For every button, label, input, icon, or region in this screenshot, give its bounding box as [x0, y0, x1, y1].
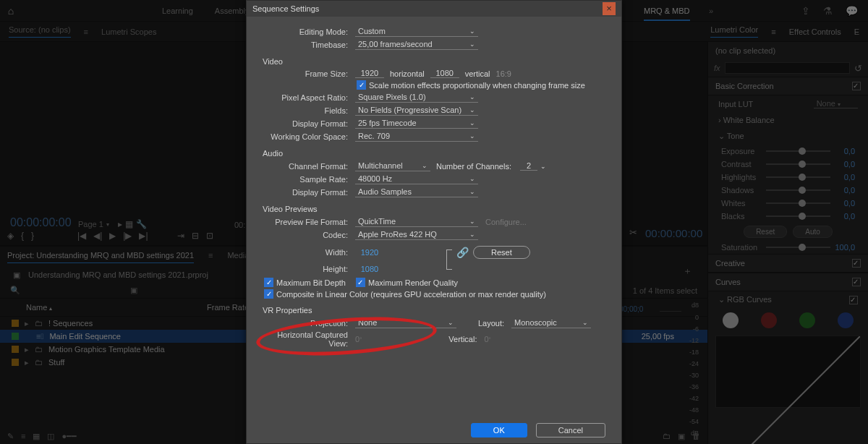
- editing-mode-label: Editing Mode:: [263, 27, 355, 36]
- curves-graph[interactable]: [715, 336, 861, 408]
- add-icon[interactable]: ＋: [683, 265, 692, 278]
- search-icon[interactable]: 🔍: [10, 286, 20, 295]
- tone-slider[interactable]: [766, 189, 830, 191]
- chat-icon[interactable]: 💬: [846, 5, 858, 17]
- tab-mrq-mbd[interactable]: MRQ & MBD: [644, 7, 690, 15]
- white-balance-toggle[interactable]: › White Balance: [708, 112, 868, 128]
- display-format-select[interactable]: 25 fps Timecode⌄: [355, 118, 478, 129]
- in-icon[interactable]: {: [21, 231, 24, 241]
- panel-menu-icon-2[interactable]: ≡: [771, 27, 775, 36]
- timebase-select[interactable]: 25,00 frames/second⌄: [355, 39, 478, 50]
- export-frame-icon[interactable]: ⊡: [206, 231, 213, 241]
- goto-out-icon[interactable]: ▶|: [139, 231, 148, 241]
- input-lut-select[interactable]: None ▾: [814, 99, 858, 108]
- item-count: 1 of 4 Items select: [633, 286, 697, 295]
- par-select[interactable]: Square Pixels (1.0)⌄: [355, 92, 478, 103]
- tone-slider[interactable]: [766, 176, 830, 178]
- saturation-label: Saturation: [721, 243, 762, 252]
- insert-icon[interactable]: ⇥: [177, 231, 184, 241]
- icon-view-icon[interactable]: ▦: [33, 432, 40, 441]
- freeform-icon[interactable]: ◫: [47, 432, 54, 441]
- frame-height-input[interactable]: 1080: [430, 69, 459, 78]
- section-creative[interactable]: Creative: [715, 259, 745, 268]
- no-clip-text: (no clip selected): [708, 42, 868, 59]
- panel-menu-icon[interactable]: ≡: [84, 27, 88, 36]
- channel-format-select: Multichannel⌄: [355, 161, 430, 171]
- creative-toggle[interactable]: [852, 259, 861, 268]
- sample-rate-select[interactable]: 48000 Hz⌄: [355, 174, 478, 184]
- marker-tool-icon[interactable]: ✂: [629, 227, 637, 238]
- effect-controls-tab[interactable]: Effect Controls: [789, 27, 841, 36]
- auto-button[interactable]: Auto: [793, 226, 833, 238]
- overwrite-icon[interactable]: ⊟: [192, 231, 199, 241]
- tone-slider[interactable]: [766, 150, 830, 152]
- rgb-curves-toggle[interactable]: ⌄ RGB Curves: [708, 291, 868, 308]
- svg-line-0: [716, 336, 860, 444]
- close-icon[interactable]: ×: [603, 2, 616, 15]
- projection-select[interactable]: None⌄: [355, 317, 456, 328]
- program-timecode: 00:00:00:00: [645, 227, 702, 239]
- panel-extra[interactable]: E: [854, 27, 859, 36]
- col-name[interactable]: Name ▴: [26, 303, 207, 312]
- share-icon[interactable]: ⇪: [801, 5, 810, 17]
- max-bit-depth-checkbox[interactable]: [264, 278, 273, 287]
- section-basic-correction[interactable]: Basic Correction: [715, 82, 774, 90]
- section-curves[interactable]: Curves: [715, 278, 741, 286]
- project-panel-tab[interactable]: Project: Understanding MRQ and MBD setti…: [7, 251, 194, 263]
- fields-select[interactable]: No Fields (Progressive Scan)⌄: [355, 105, 478, 116]
- col-framerate[interactable]: Frame Rate: [207, 303, 249, 312]
- pen-icon[interactable]: ✎: [7, 432, 14, 441]
- frame-width-input[interactable]: 1920: [355, 69, 384, 78]
- project-filename: Understanding MRQ and MBD settings 2021.…: [28, 270, 208, 279]
- marker-icon[interactable]: ◈: [7, 231, 14, 241]
- zoom-slider[interactable]: ●━━: [61, 432, 77, 441]
- reset-button[interactable]: Reset: [744, 226, 787, 238]
- frame-size-label: Frame Size:: [263, 69, 355, 78]
- preview-height-input[interactable]: 1080: [355, 265, 384, 273]
- basic-toggle[interactable]: [852, 82, 861, 90]
- beaker-icon[interactable]: ⚗: [823, 5, 833, 17]
- curves-toggle[interactable]: [852, 278, 861, 286]
- tone-slider[interactable]: [766, 202, 830, 204]
- tone-slider[interactable]: [766, 215, 830, 217]
- bin-icon: ▣: [13, 270, 20, 279]
- editing-mode-select[interactable]: Custom⌄: [355, 26, 478, 37]
- lumetri-scopes-tab[interactable]: Lumetri Scopes: [101, 27, 156, 36]
- tab-learning[interactable]: Learning: [159, 2, 196, 20]
- saturation-value[interactable]: 100,0: [835, 243, 855, 252]
- preview-width-input[interactable]: 1920: [355, 248, 384, 257]
- fx-field[interactable]: [725, 62, 850, 74]
- list-view-icon[interactable]: ≡: [21, 432, 25, 440]
- rgb-toggle[interactable]: [849, 296, 858, 304]
- saturation-slider[interactable]: [766, 247, 830, 248]
- link-icon[interactable]: 🔗: [452, 247, 473, 258]
- linear-color-checkbox[interactable]: [264, 289, 273, 299]
- audio-display-format-select[interactable]: Audio Samples⌄: [355, 187, 478, 197]
- goto-in-icon[interactable]: |◀: [77, 231, 86, 241]
- tone-slider[interactable]: [766, 163, 830, 165]
- curve-channel-wheels[interactable]: [708, 308, 868, 333]
- source-panel-tab[interactable]: Source: (no clips): [9, 25, 71, 38]
- home-icon[interactable]: ⌂: [0, 5, 22, 17]
- reset-fx-icon[interactable]: ↺: [854, 63, 862, 74]
- num-channels-input[interactable]: 2: [520, 161, 537, 171]
- new-bin-icon[interactable]: 🗀: [663, 432, 671, 440]
- step-back-icon[interactable]: ◀|: [93, 231, 102, 241]
- ok-button[interactable]: OK: [471, 423, 527, 437]
- lumetri-color-tab[interactable]: Lumetri Color: [710, 25, 758, 38]
- vr-section-label: VR Properties: [263, 306, 605, 315]
- preview-format-select[interactable]: QuickTime⌄: [355, 216, 478, 227]
- color-space-select[interactable]: Rec. 709⌄: [355, 131, 478, 142]
- max-render-quality-checkbox[interactable]: [356, 278, 365, 287]
- out-icon[interactable]: }: [31, 231, 34, 241]
- tone-toggle[interactable]: ⌄ Tone: [708, 128, 868, 145]
- codec-select[interactable]: Apple ProRes 422 HQ⌄: [355, 229, 478, 240]
- tc-right-stub: 00:: [234, 221, 245, 229]
- aspect-ratio: 16:9: [496, 69, 511, 78]
- workspace-overflow-icon[interactable]: »: [709, 7, 713, 15]
- play-icon[interactable]: ▶: [109, 231, 116, 241]
- cancel-button[interactable]: Cancel: [536, 423, 605, 437]
- scale-motion-checkbox[interactable]: [357, 80, 366, 90]
- preview-reset-button[interactable]: Reset: [473, 246, 530, 259]
- step-fwd-icon[interactable]: |▶: [123, 231, 132, 241]
